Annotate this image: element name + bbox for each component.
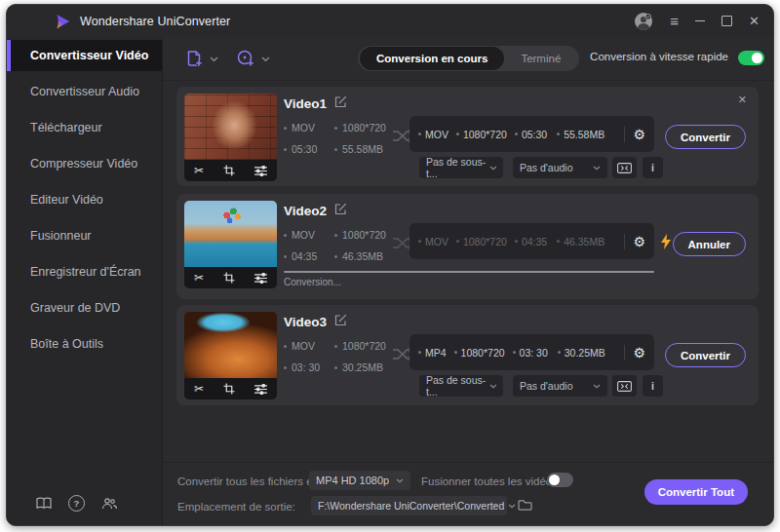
tab-termine[interactable]: Terminé	[504, 47, 577, 70]
help-icon[interactable]: ?	[68, 495, 85, 512]
footer-divider	[163, 462, 773, 463]
output-settings-box[interactable]: MP4 1080*720 03: 30 30.25MB ⚙	[410, 334, 654, 370]
source-duration: 03: 30	[284, 361, 334, 373]
tab-conversion-en-cours[interactable]: Conversion en cours	[360, 47, 504, 70]
target-format: MP4	[418, 347, 447, 359]
rename-icon[interactable]	[334, 314, 347, 329]
source-resolution: 1080*720	[334, 340, 386, 352]
target-duration: 04:35	[515, 236, 547, 247]
sidebar-item-convertisseur-video[interactable]: Convertisseur Vidéo	[7, 40, 162, 71]
close-icon[interactable]: ✕	[749, 15, 760, 27]
source-format: MOV	[284, 122, 334, 133]
video2-thumbnail: ✂	[184, 201, 277, 288]
source-resolution: 1080*720	[334, 229, 386, 241]
target-duration: 05:30	[515, 129, 547, 140]
video-title: Video2	[284, 204, 327, 218]
gear-icon[interactable]: ⚙	[633, 346, 645, 360]
app-title: Wondershare UniConverter	[80, 15, 230, 28]
rename-icon[interactable]	[334, 95, 347, 111]
task-row-video2: ✂ Video2 MOV 1080*720	[176, 194, 759, 299]
main-panel: Conversion en cours Terminé Conversion à…	[162, 37, 773, 525]
output-format-dropdown[interactable]: MP4 HD 1080p	[309, 471, 410, 490]
target-size: 46.35MB	[557, 236, 604, 247]
output-path-dropdown[interactable]: F:\Wondershare UniConverter\Converted	[311, 496, 507, 515]
conversion-progress-bar	[284, 271, 654, 273]
convert-all-label: Convertir tous les fichiers en:	[177, 475, 322, 487]
add-files-icon[interactable]	[184, 49, 204, 68]
compress-icon[interactable]	[612, 375, 637, 397]
conversion-status: Conversion...	[284, 277, 341, 287]
gear-icon[interactable]: ⚙	[633, 128, 645, 141]
info-icon[interactable]: i	[643, 157, 663, 178]
source-duration: 04:35	[284, 250, 334, 262]
maximize-icon[interactable]	[722, 16, 732, 26]
subtitle-dropdown[interactable]: Pas de sous-t...	[419, 157, 503, 178]
high-speed-lightning-icon	[660, 234, 672, 253]
video1-thumbnail-image	[184, 94, 277, 160]
sidebar-item-fusionneur[interactable]: Fusionneur	[7, 217, 162, 253]
source-size: 46.35MB	[334, 250, 383, 262]
convert-button[interactable]: Convertir	[665, 125, 746, 149]
merge-videos-toggle[interactable]	[547, 473, 573, 487]
add-files-chevron-icon[interactable]	[210, 57, 218, 62]
video-title: Video3	[284, 315, 327, 329]
source-size: 30.25MB	[334, 361, 383, 373]
effects-icon[interactable]	[254, 273, 267, 284]
convert-button[interactable]: Convertir	[665, 343, 746, 367]
sidebar-item-editeur-video[interactable]: Editeur Vidéo	[7, 181, 162, 217]
account-avatar[interactable]	[634, 12, 653, 31]
audio-dropdown[interactable]: Pas d'audio	[513, 157, 607, 178]
output-settings-box[interactable]: MOV 1080*720 05:30 55.58MB ⚙	[410, 116, 654, 152]
minimize-icon[interactable]	[695, 20, 705, 21]
target-format: MOV	[418, 129, 448, 140]
open-folder-icon[interactable]	[518, 499, 532, 511]
cancel-button[interactable]: Annuler	[673, 232, 746, 256]
gear-icon[interactable]: ⚙	[633, 235, 645, 248]
source-format: MOV	[284, 340, 334, 352]
output-settings-box: MOV 1080*720 04:35 46.35MB ⚙	[410, 223, 654, 259]
app-window: Wondershare UniConverter ≡ ✕ Convertisse…	[6, 4, 774, 526]
guide-book-icon[interactable]	[36, 497, 52, 510]
sidebar-item-graveur-dvd[interactable]: Graveur de DVD	[7, 289, 162, 325]
sidebar-item-boite-a-outils[interactable]: Boîte à Outils	[7, 325, 162, 361]
target-size: 55.58MB	[557, 129, 604, 140]
app-logo-icon	[54, 13, 71, 30]
main-toolbar: Conversion en cours Terminé Conversion à…	[163, 37, 773, 81]
sidebar-item-compresseur-video[interactable]: Compresseur Vidéo	[7, 145, 162, 181]
rename-icon[interactable]	[334, 203, 347, 218]
target-format: MOV	[418, 236, 448, 247]
conversion-tabs: Conversion en cours Terminé	[358, 46, 579, 71]
output-location-label: Emplacement de sortie:	[177, 501, 295, 513]
source-size: 55.58MB	[334, 143, 383, 155]
audio-dropdown[interactable]: Pas d'audio	[513, 375, 607, 397]
merge-videos-label: Fusionner toutes les vidéos	[421, 475, 558, 487]
sidebar-item-enregistreur-ecran[interactable]: Enregistreur d'Écran	[7, 253, 162, 289]
sidebar: Convertisseur Vidéo Convertisseur Audio …	[7, 37, 162, 525]
target-resolution: 1080*720	[456, 236, 507, 247]
source-format: MOV	[284, 229, 334, 241]
sidebar-item-convertisseur-audio[interactable]: Convertisseur Audio	[7, 73, 162, 109]
title-bar: Wondershare UniConverter ≡ ✕	[7, 5, 773, 37]
high-speed-toggle[interactable]	[738, 51, 764, 65]
trim-icon[interactable]: ✂	[194, 272, 204, 284]
target-duration: 03: 30	[513, 347, 548, 359]
target-size: 30.25MB	[558, 347, 605, 359]
video-title: Video1	[284, 96, 327, 111]
remove-row-icon[interactable]: ✕	[738, 94, 747, 106]
high-speed-label: Conversion à vitesse rapide	[590, 51, 728, 62]
add-from-device-chevron-icon[interactable]	[261, 57, 270, 62]
sidebar-item-telechargeur[interactable]: Téléchargeur	[7, 109, 162, 145]
task-row-video3: ✂ Video3 MOV 1080*720	[176, 305, 759, 405]
source-duration: 05:30	[284, 143, 334, 155]
community-icon[interactable]	[101, 497, 118, 510]
info-icon[interactable]: i	[643, 375, 663, 397]
video3-thumbnail-image	[184, 312, 277, 378]
menu-icon[interactable]: ≡	[670, 14, 679, 28]
add-from-device-icon[interactable]	[236, 49, 255, 68]
subtitle-dropdown[interactable]: Pas de sous-t...	[419, 375, 503, 397]
convert-all-button[interactable]: Convertir Tout	[644, 479, 748, 505]
crop-icon[interactable]	[223, 272, 235, 284]
compress-icon[interactable]	[612, 157, 637, 178]
source-resolution: 1080*720	[334, 122, 386, 133]
target-resolution: 1080*720	[456, 129, 507, 140]
